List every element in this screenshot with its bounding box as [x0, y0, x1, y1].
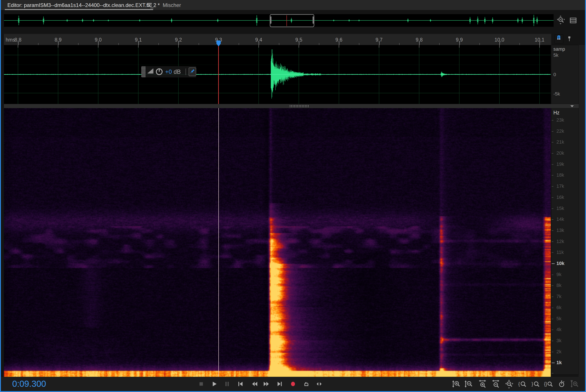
frequency-tick	[552, 308, 553, 308]
frequency-tick-label: 11k	[556, 250, 564, 255]
skip-to-start-button[interactable]	[236, 379, 245, 389]
frequency-tick-label: 3k	[556, 338, 562, 344]
zoom-out-horizontal-button[interactable]	[491, 379, 500, 389]
frequency-tick	[552, 373, 553, 374]
frequency-tick	[552, 352, 553, 352]
frequency-tick	[552, 164, 553, 165]
overview-view-selection[interactable]	[270, 14, 314, 27]
zoom-in-horizontal-button[interactable]	[478, 379, 487, 389]
zoom-navigate-icon[interactable]	[556, 15, 566, 25]
hud-gain-unit: dB	[174, 68, 181, 75]
zoom-selection-button[interactable]: {}	[544, 379, 553, 389]
stop-button[interactable]	[196, 379, 206, 389]
playhead-line-spectrogram	[218, 108, 219, 377]
zoom-full-vertical-button[interactable]	[570, 379, 579, 389]
pin-button[interactable]	[188, 68, 196, 76]
frequency-tick	[552, 186, 553, 187]
ruler-tick-major	[299, 42, 299, 45]
svg-text:}: }	[532, 381, 533, 386]
frequency-tick	[552, 264, 555, 264]
hud-gain-value[interactable]: +0	[165, 68, 172, 75]
zoom-in-point-button[interactable]: {	[518, 379, 527, 389]
ruler-tick-minor	[439, 43, 440, 45]
selection-grip-left[interactable]	[270, 16, 272, 24]
ruler-tick-major	[58, 42, 58, 45]
amplitude-tick-label: 0	[553, 72, 556, 78]
zoom-reset-button[interactable]	[504, 379, 514, 389]
panel-splitter[interactable]	[4, 104, 578, 108]
collapse-spectral-icon[interactable]	[570, 105, 574, 107]
frequency-tick-label: 2k	[556, 349, 562, 354]
frequency-tick	[552, 197, 553, 198]
panel-list-icon[interactable]	[568, 16, 578, 26]
selection-grip-right[interactable]	[312, 16, 314, 24]
frequency-tick-label: 4k	[556, 327, 562, 332]
skip-selection-button[interactable]	[314, 379, 324, 389]
frequency-tick-label: 12k	[556, 239, 564, 244]
volume-hud[interactable]: +0 dB	[142, 66, 196, 78]
marker-icon[interactable]	[566, 35, 572, 42]
overview-strip[interactable]	[4, 14, 554, 27]
ruler-tick-major	[259, 42, 259, 45]
active-tab-underline	[5, 9, 153, 10]
ruler-tick-major	[339, 42, 339, 45]
ruler-tick-minor	[78, 43, 78, 45]
frequency-tick-label: 8k	[556, 282, 562, 288]
frequency-tick-label: 7k	[556, 294, 562, 299]
panel-focus-border-right	[585, 0, 586, 392]
ruler-tick-minor	[279, 43, 279, 45]
zoom-in-vertical-button[interactable]	[452, 379, 461, 389]
tab-bar: Editor: paramISM3--dm6aa1s14--24400--dtx…	[1, 0, 585, 10]
tab-editor[interactable]: Editor: paramISM3--dm6aa1s14--24400--dtx…	[8, 2, 160, 8]
frequency-scale-unit: Hz	[553, 110, 560, 116]
ruler-tick-minor	[319, 43, 319, 45]
spectrogram-canvas[interactable]	[4, 108, 551, 377]
playhead-time-display[interactable]: 0:09.300	[12, 379, 46, 389]
frequency-tick-label: 18k	[556, 172, 564, 178]
amplitude-scale-unit: samp	[553, 46, 565, 52]
hud-divider	[186, 68, 186, 75]
ruler-tick-minor	[198, 43, 199, 45]
timer-button[interactable]	[557, 379, 566, 389]
fast-forward-button[interactable]	[262, 379, 271, 389]
frequency-tick	[552, 175, 553, 176]
hamburger-icon[interactable]	[147, 3, 152, 7]
hud-drag-grip[interactable]	[142, 66, 146, 78]
frequency-tick	[552, 319, 553, 319]
frequency-tick-label: 20k	[556, 150, 564, 156]
waveform-canvas[interactable]	[4, 45, 551, 104]
zoom-out-point-button[interactable]: }	[531, 379, 540, 389]
ruler-unit-label: hms	[6, 37, 15, 43]
ruler-tick-major	[500, 42, 500, 45]
record-button[interactable]	[288, 379, 298, 389]
spectrogram-panel[interactable]	[4, 108, 551, 377]
pause-button[interactable]	[222, 379, 232, 389]
frequency-tick	[552, 208, 553, 209]
frequency-tick-label: 13k	[556, 228, 564, 233]
knob-icon[interactable]	[155, 67, 163, 76]
waveform-panel[interactable]	[4, 45, 551, 104]
frequency-scale[interactable]: Hz 23k22k21k20k19k18k17k16k15k14k13k12k1…	[551, 108, 578, 374]
loop-playback-button[interactable]	[302, 379, 311, 389]
amplitude-scale[interactable]: samp 5k0-5k	[551, 45, 578, 104]
ruler-tick-major	[540, 42, 540, 45]
transport-toolbar: 0:09.300 {}{}	[1, 377, 585, 391]
frequency-tick-label: 17k	[556, 184, 564, 189]
frequency-tick	[552, 230, 553, 231]
tab-mixer[interactable]: Mischer	[163, 2, 181, 8]
frequency-tick-label: 5k	[556, 316, 562, 322]
ruler-tick-minor	[359, 43, 359, 45]
zoom-out-vertical-button[interactable]	[464, 379, 474, 389]
skip-to-end-button[interactable]	[275, 379, 284, 389]
play-button[interactable]	[210, 379, 219, 389]
snap-toggle[interactable]	[554, 34, 564, 44]
frequency-tick-label: 1k	[556, 360, 562, 366]
rewind-button[interactable]	[250, 379, 259, 389]
panel-focus-border-bottom	[0, 391, 586, 392]
ruler-tick-minor	[399, 43, 400, 45]
ruler-tick-major	[178, 42, 179, 45]
frequency-tick-label: 14k	[556, 216, 564, 222]
frequency-tick-label: 9k	[556, 272, 562, 277]
splitter-grip[interactable]	[289, 105, 309, 107]
timeline-ruler[interactable]: hms 8,88,99,09,19,29,39,49,59,69,79,89,9…	[4, 34, 551, 45]
